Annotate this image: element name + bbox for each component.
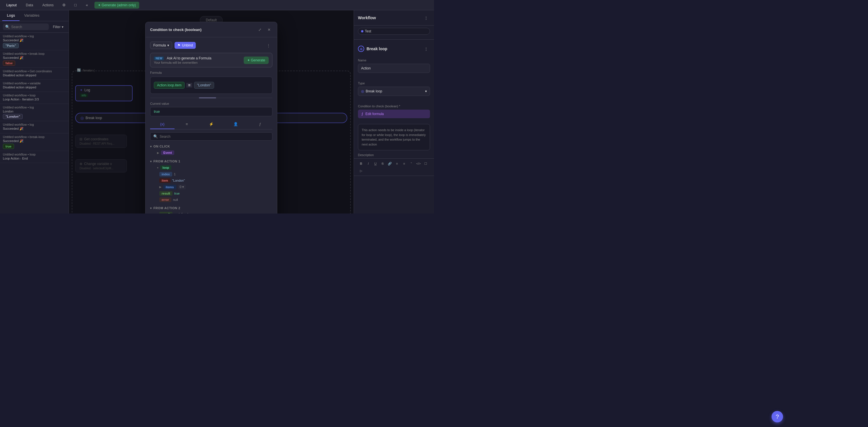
var-tab-function[interactable]: ƒ [248, 120, 272, 129]
logs-tab[interactable]: Logs [2, 10, 20, 21]
var-tab-user[interactable]: 👤 [224, 120, 248, 129]
list-item[interactable]: Untitled workflow • break-loop Succeeded… [0, 50, 69, 68]
description-label: Description [354, 153, 434, 157]
formula-chip-action: Action.loop.item [154, 82, 185, 89]
items-chevron[interactable]: 0 ▾ [178, 185, 186, 189]
unbind-button[interactable]: ⚑ Unbind [175, 42, 196, 49]
top-toolbar: Layout Data Actions ⚙ □ « ✦ Generate (ad… [0, 0, 434, 10]
var-search[interactable]: 🔍 [150, 132, 272, 141]
media-button[interactable]: ▷ [358, 168, 364, 174]
event-chip[interactable]: Event [161, 151, 174, 155]
from-action2-label: FROM ACTION 2 [154, 206, 181, 210]
log-entry-status: Succeeded 🎉 [3, 56, 66, 60]
strikethrough-button[interactable]: S [379, 160, 386, 167]
bold-button[interactable]: B [358, 160, 364, 167]
collapse-icon[interactable]: « [83, 1, 91, 9]
list-item[interactable]: Untitled workflow • loop Loop Action - I… [0, 92, 69, 104]
error-chip[interactable]: error [159, 197, 172, 202]
variables-tab[interactable]: Variables [20, 10, 44, 21]
filter-button[interactable]: Filter ▾ [51, 24, 66, 30]
expand-icon[interactable]: ⤢ [256, 26, 263, 33]
more-options-button[interactable]: ⋮ [265, 41, 272, 50]
info-box: This action needs to be inside a loop (i… [358, 124, 430, 151]
break-loop-section-header: ◎ Break loop ⋮ [354, 42, 434, 56]
view-toggle-icon[interactable]: □ [71, 1, 80, 9]
index-chip[interactable]: index [159, 172, 172, 176]
search-icon: 🔍 [5, 25, 10, 29]
log-entry-status: Loop Action - End [3, 157, 66, 160]
from-action1-header[interactable]: ▾ FROM ACTION 1 [150, 158, 272, 164]
generate-button[interactable]: ✦ Generate (admin only) [94, 2, 140, 9]
code-button[interactable]: </> [415, 160, 422, 167]
type-field-section: Type ◎ Break loop ▾ [354, 78, 434, 102]
item-chip[interactable]: item [159, 178, 170, 183]
expand-arrow-icon[interactable]: ▶ [157, 151, 159, 154]
description-area[interactable] [358, 177, 430, 195]
new-badge: NEW [154, 57, 164, 60]
var-tab-action[interactable]: ⚡ [199, 120, 223, 129]
left-panel: Logs Variables 🔍 Filter ▾ Untitled workf… [0, 10, 69, 214]
generate-formula-button[interactable]: ✦ Generate [244, 57, 269, 64]
log-entry-status: Succeeded 🎉 [3, 139, 66, 143]
index-subitem: index 1 [159, 171, 272, 177]
ordered-list-button[interactable]: ≡ [401, 160, 407, 167]
break-loop-more-button[interactable]: ⋮ [422, 45, 430, 53]
workflow-more-button[interactable]: ⋮ [422, 14, 430, 22]
condition-label: Condition to check (boolean) * [358, 104, 430, 108]
search-input[interactable] [11, 25, 46, 29]
log-badge: true [3, 144, 14, 149]
formula-editor[interactable]: Action.loop.item = "London" [150, 77, 272, 94]
list-item[interactable]: Untitled workflow • log London "London" [0, 104, 69, 121]
loop-expand-icon[interactable]: ▾ [157, 166, 158, 169]
workflow-title: Workflow [358, 15, 376, 20]
from-action1-label: FROM ACTION 1 [154, 160, 181, 163]
loop-chip[interactable]: loop [160, 165, 172, 170]
modal-header: Condition to check (boolean) ⤢ ✕ [146, 22, 277, 37]
center-panel: Default ⊕ On click 🔄 Iterator ( ✦ Log [69, 10, 353, 214]
list-item[interactable]: Untitled workflow • log Succeeded 🎉 [0, 121, 69, 133]
var-tab-formula[interactable]: {x} [150, 120, 175, 129]
edit-formula-label: Edit formula [365, 112, 384, 116]
italic-button[interactable]: I [365, 160, 371, 167]
test-label: Test [365, 29, 371, 33]
formula-button[interactable]: Formula ▾ [150, 42, 172, 49]
from-action2-header[interactable]: ▾ FROM ACTION 2 [150, 205, 272, 211]
type-select[interactable]: ◎ Break loop ▾ [358, 87, 430, 96]
test-dot-icon [361, 30, 363, 32]
log-entry-title: Untitled workflow • log [3, 34, 66, 38]
test-badge[interactable]: Test [358, 28, 430, 35]
log-entry-title: Untitled workflow • variable [3, 81, 66, 85]
underline-button[interactable]: U [372, 160, 379, 167]
data-tab[interactable]: Data [23, 2, 36, 8]
formula-label: Formula [153, 43, 166, 47]
checkbox-button[interactable]: ☐ [423, 160, 429, 167]
list-item[interactable]: Untitled workflow • log Succeeded 🎉 "Par… [0, 33, 69, 50]
result-chip[interactable]: result [159, 191, 173, 196]
modal-header-actions: ⤢ ✕ [256, 26, 272, 33]
var-tab-list[interactable]: ≡ [175, 120, 199, 129]
link-button[interactable]: 🔗 [386, 160, 393, 167]
error-value: null [173, 198, 178, 201]
items-expand-icon[interactable]: ▶ [159, 185, 162, 189]
list-item[interactable]: Untitled workflow • variable Disabled ac… [0, 80, 69, 92]
on-click-header[interactable]: ▾ ON CLICK [150, 143, 272, 149]
search-input-wrap[interactable]: 🔍 [3, 24, 49, 30]
quote-button[interactable]: " [408, 160, 414, 167]
from-action2-result-chip[interactable]: result [159, 212, 173, 214]
list-item[interactable]: Untitled workflow • loop Loop Action - E… [0, 151, 69, 163]
list-item[interactable]: Untitled workflow • Get coordinates Disa… [0, 68, 69, 80]
actions-tab[interactable]: Actions [39, 2, 56, 8]
log-entry-title: Untitled workflow • log [3, 106, 66, 109]
settings-icon[interactable]: ⚙ [60, 1, 68, 9]
layout-tab[interactable]: Layout [3, 2, 20, 8]
edit-formula-button[interactable]: ⨍ Edit formula [358, 110, 430, 118]
var-search-input[interactable] [160, 135, 269, 139]
items-chip[interactable]: items [163, 185, 176, 189]
modal-body: Formula ▾ ⚑ Unbind ⋮ [146, 37, 277, 214]
from-action2-chevron-icon: ▾ [150, 207, 152, 210]
name-input[interactable] [358, 64, 430, 73]
log-entry-status: Succeeded 🎉 [3, 127, 66, 131]
close-icon[interactable]: ✕ [266, 26, 272, 33]
list-item[interactable]: Untitled workflow • break-loop Succeeded… [0, 133, 69, 151]
list-button[interactable]: ≡ [394, 160, 400, 167]
